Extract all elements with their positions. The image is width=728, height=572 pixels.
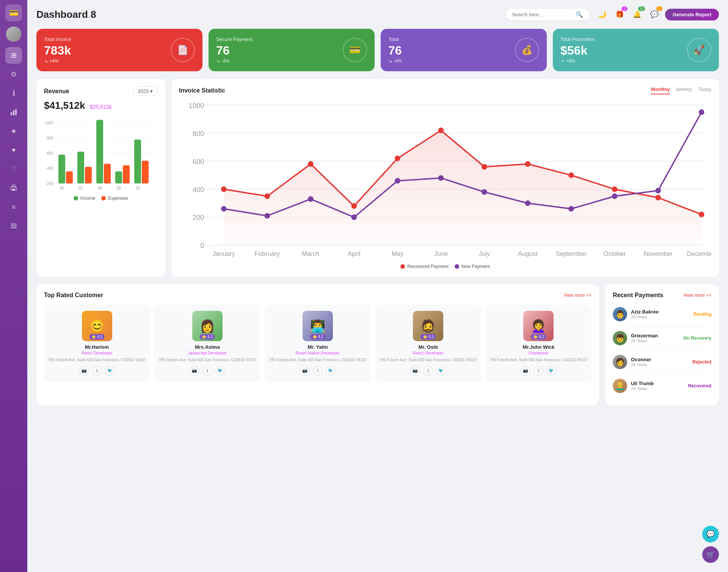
instagram-icon-3[interactable]: 📷 [410,366,420,376]
customer-socials-2: 📷 f 🐦 [268,366,367,376]
customer-socials-3: 📷 f 🐦 [379,366,477,376]
expenses-dot [101,196,106,201]
svg-text:December: December [687,250,711,257]
instagram-icon-2[interactable]: 📷 [300,366,310,376]
twitter-icon-1[interactable]: 🐦 [215,366,225,376]
svg-rect-0 [11,112,12,115]
invoice-title: Invoice Statistic [179,87,225,94]
customer-role-1: Javascript Developer [158,351,256,355]
search-input[interactable] [512,12,573,17]
year-selector[interactable]: 2023 ▾ [133,86,158,96]
customer-role-4: Freelancer [490,351,588,355]
sidebar-item-favorites[interactable]: ♡ [5,161,22,177]
top-customers-view-more[interactable]: View more >> [563,293,592,298]
sidebar-item-dashboard[interactable]: ⊞ [5,47,22,64]
facebook-icon-1[interactable]: f [202,366,212,376]
income-label: Income [80,196,95,201]
float-cart-button[interactable]: 🛒 [702,546,719,563]
svg-point-82 [699,110,704,115]
sidebar-item-settings[interactable]: ⚙ [5,66,22,83]
sidebar-item-star[interactable]: ★ [5,123,22,139]
payment-avatar-2: 🧑 [613,355,627,369]
instagram-icon-1[interactable]: 📷 [190,366,199,376]
search-box[interactable]: 🔍 [506,9,589,20]
svg-text:September: September [556,250,587,257]
rating-badge-3: ⭐ 4.2 [420,334,436,340]
gift-icon-btn[interactable]: 🎁 2 [613,8,626,21]
svg-point-67 [568,172,574,178]
svg-text:200: 200 [47,182,53,186]
payment-status-3: Recovered [688,383,711,389]
payment-name-1: Griezerman [631,333,658,338]
legend-new-payment: New Payment [455,264,490,269]
instagram-icon-0[interactable]: 📷 [79,366,89,376]
rating-badge-4: ⭐ 4.2 [531,334,546,340]
svg-point-77 [482,189,487,195]
svg-point-78 [525,201,531,206]
payment-item-0: 👨 Aziz Bakree 24 Years Pending [613,302,711,326]
twitter-icon-2[interactable]: 🐦 [326,366,336,376]
payment-age-1: 24 Years [631,338,658,343]
facebook-icon-2[interactable]: f [313,366,323,376]
header-icons: 🌙 🎁 2 🔔 12 💬 5 Generate Report [595,8,719,21]
chat-icon-btn[interactable]: 💬 5 [648,8,661,21]
generate-report-button[interactable]: Generate Report [665,9,719,20]
sidebar: 💳 ⊞ ⚙ ℹ ★ ♥ ♡ ≡ [0,0,27,572]
payment-avatar-1: 👦 [613,331,627,345]
svg-text:February: February [255,250,280,257]
revenue-card: Revenue 2023 ▾ $41,512k $25,612k [36,79,165,277]
svg-point-76 [438,175,444,181]
customer-avatar-1: 👩 ⭐ 4.2 [192,311,223,341]
sidebar-item-info[interactable]: ℹ [5,85,22,102]
stat-value-0: 783k [44,44,71,58]
bell-icon-btn[interactable]: 🔔 12 [630,8,644,21]
recent-payments-card: Recent Payments View more >> 👨 Aziz Bakr… [605,284,719,405]
tab-monthly[interactable]: Monthly [651,86,670,94]
customer-addr-1: 795 Folsom Ave, Suite 600 San Francisco,… [158,357,256,363]
svg-point-64 [438,128,444,133]
svg-text:1000: 1000 [45,121,53,125]
payment-info-3: Uli Trumb 24 Years [631,381,654,391]
sidebar-logo[interactable]: 💳 [5,5,22,21]
svg-point-74 [351,215,357,220]
dark-mode-toggle[interactable]: 🌙 [595,8,609,21]
sidebar-item-print[interactable] [5,180,22,196]
svg-rect-7 [11,226,17,226]
sidebar-item-list[interactable] [5,218,22,234]
payment-avatar-3: 👨‍🦲 [613,379,627,393]
svg-text:400: 400 [47,166,53,171]
instagram-icon-4[interactable]: 📷 [521,366,530,376]
customer-role-0: React Developer [48,351,146,355]
facebook-icon-0[interactable]: f [92,366,102,376]
facebook-icon-3[interactable]: f [423,366,433,376]
facebook-icon-4[interactable]: f [533,366,543,376]
twitter-icon-4[interactable]: 🐦 [546,366,556,376]
sidebar-item-heart[interactable]: ♥ [5,142,22,158]
customer-role-2: React Native Developer [268,351,367,355]
charts-row: Revenue 2023 ▾ $41,512k $25,612k [36,79,719,277]
customer-card-3: 🧔 ⭐ 4.2 Mr. Osib React Developer 795 Fol… [375,305,481,382]
recent-payments-view-more[interactable]: View more >> [683,293,711,298]
invoice-chart-legend: Recovered Payment New Payment [179,264,711,269]
payment-age-2: 24 Years [631,362,651,367]
customer-card-2: 👨‍💻 ⭐ 4.2 Mr. Yatin React Native Develop… [265,305,370,382]
twitter-icon-3[interactable]: 🐦 [436,366,446,376]
svg-text:200: 200 [193,213,204,221]
sidebar-item-menu[interactable]: ≡ [5,199,22,215]
sidebar-item-analytics[interactable] [5,104,22,121]
float-support-button[interactable]: 💬 [702,526,719,542]
stat-label-2: Total [388,36,402,42]
svg-text:600: 600 [193,158,204,166]
svg-point-60 [264,193,270,199]
stat-icon-2: 💰 [515,38,539,62]
stat-change-3: ↗+4% [560,58,595,64]
tab-weekly[interactable]: Weekly [676,86,692,94]
tab-today[interactable]: Today [698,86,711,94]
recovered-label: Recovered Payment [407,264,449,269]
sidebar-avatar[interactable] [6,27,21,42]
payment-item-3: 👨‍🦲 Uli Trumb 24 Years Recovered [613,374,711,398]
legend-recovered: Recovered Payment [400,264,449,269]
svg-point-75 [395,178,400,184]
customer-socials-1: 📷 f 🐦 [158,366,256,376]
twitter-icon-0[interactable]: 🐦 [105,366,115,376]
